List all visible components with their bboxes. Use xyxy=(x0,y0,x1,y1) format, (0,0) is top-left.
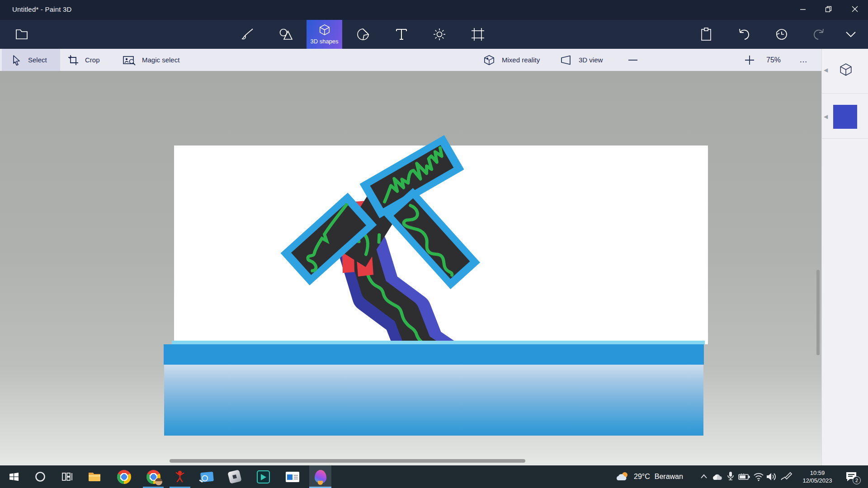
2d-shapes-icon xyxy=(279,28,293,41)
undo-icon xyxy=(737,28,750,41)
current-color-swatch[interactable] xyxy=(833,105,857,129)
panel-collapse-arrow-top[interactable]: ◀ xyxy=(824,67,829,73)
redo-button[interactable] xyxy=(805,20,834,49)
minimize-button[interactable] xyxy=(793,0,813,18)
panel-collapse-arrow-color[interactable]: ◀ xyxy=(824,113,829,120)
tool-canvas[interactable] xyxy=(463,20,492,49)
windows-logo-icon xyxy=(9,472,19,482)
crop-button[interactable]: Crop xyxy=(68,49,100,71)
model-right-arm xyxy=(383,188,480,289)
3d-view-label: 3D view xyxy=(579,56,603,64)
horizontal-scrollbar[interactable] xyxy=(170,459,525,463)
crop-icon xyxy=(68,55,79,66)
microphone-icon xyxy=(726,471,735,482)
magic-select-button[interactable]: Magic select xyxy=(123,49,179,71)
plus-icon xyxy=(744,55,755,66)
select-tool-button[interactable]: Select xyxy=(2,49,60,71)
close-icon xyxy=(852,6,858,12)
3d-cube-icon xyxy=(318,23,331,36)
tool-2d-shapes[interactable] xyxy=(272,20,301,49)
cloudy-weather-icon xyxy=(616,471,629,482)
notification-badge: 2 xyxy=(853,476,861,484)
magnifier-app-button[interactable] xyxy=(197,465,217,488)
platform-front-face[interactable] xyxy=(164,365,703,436)
tool-stickers[interactable] xyxy=(349,20,377,49)
taskbar: 29°C Berawan xyxy=(0,465,868,488)
taskbar-clock[interactable]: 10:59 12/05/2023 xyxy=(795,465,840,488)
stickman-game-button[interactable] xyxy=(170,465,190,488)
more-options-button[interactable]: … xyxy=(799,49,808,71)
wifi-tray-button[interactable] xyxy=(752,465,765,488)
paste-button[interactable] xyxy=(692,20,721,49)
tool-text[interactable] xyxy=(387,20,416,49)
sun-effects-icon xyxy=(433,28,446,41)
tray-expand-button[interactable] xyxy=(697,465,711,488)
close-button[interactable] xyxy=(844,0,865,18)
menu-button[interactable] xyxy=(7,20,36,49)
clock-date: 12/05/2023 xyxy=(802,477,832,484)
mixed-reality-label: Mixed reality xyxy=(502,56,540,64)
title-bar: Untitled* - Paint 3D xyxy=(0,0,868,20)
volume-tray-button[interactable] xyxy=(764,465,778,488)
pen-tray-button[interactable] xyxy=(779,465,793,488)
top-toolbar: 3D shapes xyxy=(0,20,868,49)
tool-3d-shapes-selected[interactable]: 3D shapes xyxy=(307,20,342,49)
file-explorer-button[interactable] xyxy=(84,465,105,488)
task-view-button[interactable] xyxy=(57,465,78,488)
chrome-button[interactable] xyxy=(113,465,134,488)
cortana-button[interactable] xyxy=(30,465,51,488)
zoom-in-button[interactable] xyxy=(744,55,755,67)
text-tool-icon xyxy=(395,28,408,41)
panel-separator-2 xyxy=(822,138,868,139)
task-view-icon xyxy=(61,471,73,482)
journal-app-button[interactable] xyxy=(282,465,303,488)
tool-brushes[interactable] xyxy=(233,20,262,49)
vertical-scrollbar[interactable] xyxy=(816,270,820,355)
toolbar-expand-button[interactable] xyxy=(836,20,865,49)
restore-button[interactable] xyxy=(818,0,839,18)
cube-3d-icon xyxy=(839,62,853,77)
microphone-tray-button[interactable] xyxy=(724,465,737,488)
3d-view-button[interactable]: 3D view xyxy=(560,49,603,71)
zoom-percentage[interactable]: 75% xyxy=(766,49,781,71)
roblox-button[interactable] xyxy=(224,465,245,488)
video-editor-icon xyxy=(257,470,270,483)
chrome-profile-button[interactable] xyxy=(143,465,164,488)
workspace xyxy=(0,71,821,465)
onedrive-cloud-icon xyxy=(712,473,723,480)
wifi-icon xyxy=(753,472,764,481)
journal-app-icon xyxy=(286,472,299,482)
stickman-icon xyxy=(175,470,185,483)
vsdc-editor-button[interactable] xyxy=(253,465,274,488)
3d-shapes-label: 3D shapes xyxy=(310,38,338,45)
paint-3d-button-active[interactable] xyxy=(309,465,331,488)
clock-time: 10:59 xyxy=(810,469,825,477)
minimize-icon xyxy=(800,6,806,12)
panel-3d-library-button[interactable] xyxy=(839,62,853,79)
magic-select-label: Magic select xyxy=(142,56,179,64)
onedrive-tray-button[interactable] xyxy=(711,465,724,488)
redo-icon xyxy=(812,28,826,41)
history-clock-icon xyxy=(775,28,788,41)
select-label: Select xyxy=(28,56,47,64)
weather-widget[interactable]: 29°C Berawan xyxy=(616,465,683,488)
mixed-reality-button[interactable]: Mixed reality xyxy=(483,49,540,71)
start-button[interactable] xyxy=(4,465,24,488)
panel-separator xyxy=(822,93,868,94)
folder-icon xyxy=(88,471,101,483)
brush-icon xyxy=(241,28,254,41)
select-cursor-icon xyxy=(12,55,22,66)
zoom-out-button[interactable] xyxy=(627,55,638,67)
tool-effects[interactable] xyxy=(425,20,454,49)
ribbon-toolbar: Select Crop Magic select Mixed reality 3… xyxy=(0,49,821,71)
3d-view-icon xyxy=(560,55,572,66)
history-button[interactable] xyxy=(767,20,796,49)
undo-button[interactable] xyxy=(729,20,758,49)
minus-icon xyxy=(627,55,638,65)
platform-front-band[interactable] xyxy=(164,344,704,365)
roblox-icon xyxy=(227,469,242,484)
platform-top-face[interactable] xyxy=(172,341,705,344)
speaker-icon xyxy=(766,472,777,482)
battery-tray-button[interactable] xyxy=(737,465,751,488)
action-center-button[interactable]: 2 xyxy=(842,465,865,488)
